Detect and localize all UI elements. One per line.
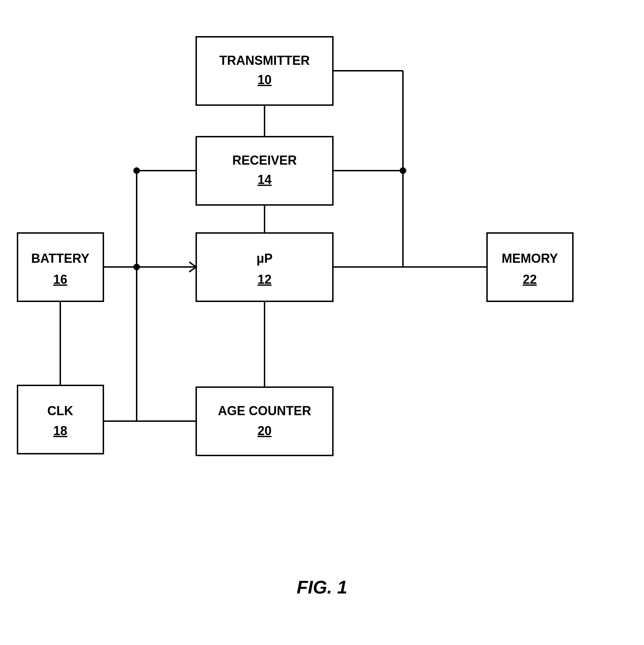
transmitter-label: TRANSMITTER xyxy=(219,53,310,68)
battery-number: 16 xyxy=(53,272,67,287)
up-label: μP xyxy=(256,251,273,266)
memory-number: 22 xyxy=(523,272,537,287)
figure-label: FIG. 1 xyxy=(297,577,347,597)
receiver-block xyxy=(196,137,333,205)
age-counter-number: 20 xyxy=(258,424,272,438)
transmitter-number: 10 xyxy=(258,73,272,87)
memory-block xyxy=(487,233,573,301)
clk-label: CLK xyxy=(47,404,73,418)
receiver-number: 14 xyxy=(258,172,272,187)
transmitter-block xyxy=(196,37,333,105)
clk-block xyxy=(18,385,103,454)
diagram-container: TRANSMITTER 10 RECEIVER 14 μP 12 BATTERY… xyxy=(0,0,644,645)
clk-number: 18 xyxy=(53,424,67,438)
memory-label: MEMORY xyxy=(502,251,558,266)
junction-right-receiver xyxy=(400,167,406,174)
battery-block xyxy=(18,233,103,301)
age-counter-label: AGE COUNTER xyxy=(218,404,311,418)
up-block xyxy=(196,233,333,301)
battery-label: BATTERY xyxy=(31,251,89,266)
age-counter-block xyxy=(196,387,333,455)
up-number: 12 xyxy=(258,272,272,287)
receiver-label: RECEIVER xyxy=(232,153,297,167)
